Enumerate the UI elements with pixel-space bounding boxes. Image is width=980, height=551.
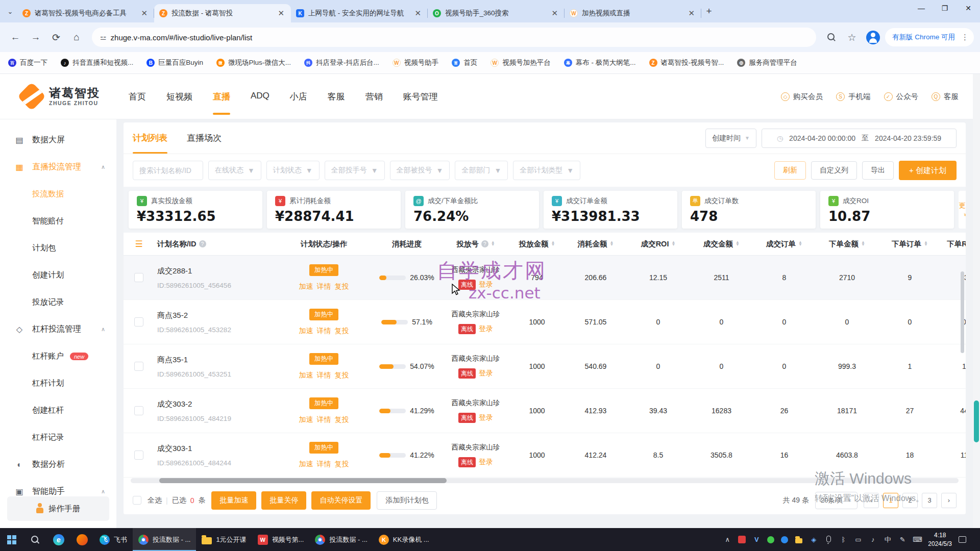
chrome-update-chip[interactable]: 有新版 Chrome 可用 ⋮ [885, 28, 974, 46]
nav-item-小店[interactable]: 小店 [290, 86, 307, 108]
tray-keyboard-icon[interactable]: ⌨ [913, 536, 921, 544]
taskbar-browser-button[interactable] [70, 528, 94, 551]
nav-item-ADQ[interactable]: ADQ [251, 86, 270, 108]
header-投放金额[interactable]: 投放金额▲▼ [509, 239, 565, 249]
filter-select-全部被投号[interactable]: 全部被投号▼ [390, 161, 450, 180]
reload-button[interactable]: ⟳ [47, 28, 65, 46]
action-link-加速[interactable]: 加速 [299, 415, 313, 424]
header-下单订单[interactable]: 下单订单▲▼ [878, 239, 941, 249]
taskbar-clock[interactable]: 4:18 2024/5/3 [928, 531, 952, 547]
site-settings-icon[interactable]: ⚍ [100, 33, 106, 41]
help-icon[interactable]: ? [199, 240, 206, 247]
login-link[interactable]: 登录 [479, 324, 493, 334]
sidebar-item-数据大屏[interactable]: ▤数据大屏 [0, 127, 116, 154]
action-link-加速[interactable]: 加速 [299, 282, 313, 291]
action-link-加速[interactable]: 加速 [299, 460, 313, 469]
row-checkbox[interactable] [134, 362, 143, 371]
tab-search-chevron-icon[interactable]: ⌄ [3, 4, 17, 18]
sidebar-item-创建计划[interactable]: 创建计划 [0, 262, 116, 289]
sidebar-item-智能赔付[interactable]: 智能赔付 [0, 208, 116, 235]
action-link-详情[interactable]: 详情 [317, 371, 331, 380]
login-link[interactable]: 登录 [479, 369, 493, 378]
home-button[interactable]: ⌂ [67, 28, 86, 46]
tray-mic-icon[interactable] [824, 536, 832, 544]
forward-button[interactable]: → [27, 28, 45, 46]
taskbar-app-投流数据 - ...[interactable]: 投流数据 - ... [309, 528, 373, 551]
action-link-复投[interactable]: 复投 [335, 460, 349, 469]
page-scrollbar-track[interactable] [973, 74, 980, 528]
header-成交ROI[interactable]: 成交ROI▲▼ [626, 239, 690, 249]
prev-page-button[interactable]: ‹ [864, 493, 879, 508]
page-button-3[interactable]: 3 [922, 493, 937, 508]
hamburger-icon[interactable]: ☰ [135, 239, 142, 249]
browser-tab[interactable]: K上网导航 - 安全实用的网址导航✕ [291, 4, 428, 22]
taskbar-app-1元公开课[interactable]: 1元公开课 [196, 528, 252, 551]
batch-button-批量关停[interactable]: 批量关停 [261, 491, 306, 510]
date-range-picker[interactable]: ◷ 2024-04-20 00:00:00 至 2024-04-20 23:59… [762, 129, 957, 148]
bookmark-star-button[interactable]: ☆ [843, 28, 861, 46]
sort-icons[interactable]: ▲▼ [924, 241, 928, 246]
filter-select-全部投手号[interactable]: 全部投手号▼ [325, 161, 385, 180]
date-start[interactable]: 2024-04-20 00:00:00 [789, 134, 855, 142]
new-tab-button[interactable]: + [701, 4, 717, 19]
bookmark-item[interactable]: ⊕服务商管理平台 [737, 58, 797, 67]
taskbar-app-投流数据 - ...[interactable]: 投流数据 - ... [133, 528, 196, 551]
action-link-详情[interactable]: 详情 [317, 415, 331, 424]
create-plan-button[interactable]: + 创建计划 [899, 161, 957, 180]
tray-shield-icon[interactable]: ◈ [810, 536, 818, 544]
tab-close-icon[interactable]: ✕ [139, 9, 149, 18]
action-link-复投[interactable]: 复投 [335, 327, 349, 336]
taskbar-app-KK录像机 ...[interactable]: KKK录像机 ... [373, 528, 435, 551]
row-checkbox[interactable] [134, 317, 143, 327]
header-link-mobile[interactable]: S手机端 [836, 92, 871, 102]
sidebar-item-直播投流管理[interactable]: ▦直播投流管理∧ [0, 154, 116, 181]
tray-v-app-icon[interactable]: V [752, 536, 761, 544]
page-size-select[interactable]: 20条/页 ▼ [815, 492, 857, 509]
sidebar-item-投放记录[interactable]: 投放记录 [0, 289, 116, 316]
close-button[interactable]: ✕ [957, 0, 980, 16]
tray-folder-icon[interactable] [795, 536, 803, 544]
row-checkbox[interactable] [134, 273, 143, 282]
tab-直播场次[interactable]: 直播场次 [187, 122, 222, 154]
hidden-icons-chevron[interactable]: ∧ [723, 536, 731, 544]
row-checkbox[interactable] [134, 406, 143, 415]
search-button[interactable] [822, 28, 841, 46]
tray-volume-icon[interactable]: ♪ [869, 536, 877, 544]
ime-indicator[interactable]: 中 [884, 536, 892, 544]
header-下单金额[interactable]: 下单金额▲▼ [816, 239, 878, 249]
header-link-member[interactable]: ◇购买会员 [781, 92, 823, 102]
action-link-详情[interactable]: 详情 [317, 282, 331, 291]
taskbar-app-飞书[interactable]: 飞飞书 [94, 528, 133, 551]
menu-kebab-icon[interactable]: ⋮ [959, 33, 971, 42]
action-link-复投[interactable]: 复投 [335, 371, 349, 380]
brand-logo-icon[interactable] [17, 82, 46, 111]
maximize-button[interactable]: ❐ [933, 0, 957, 16]
date-type-select[interactable]: 创建时间 ▼ [705, 129, 756, 148]
bookmark-item[interactable]: 微微现场Plus-微信大... [216, 58, 291, 67]
sort-icons[interactable]: ▲▼ [861, 241, 865, 246]
tab-close-icon[interactable]: ✕ [687, 9, 696, 18]
tray-blue-app-icon[interactable] [781, 536, 788, 543]
sidebar-item-杠杆账户[interactable]: 杠杆账户new [0, 343, 116, 370]
login-link[interactable]: 登录 [479, 280, 493, 289]
page-button-2[interactable]: 2 [902, 493, 918, 508]
action-link-详情[interactable]: 详情 [317, 460, 331, 469]
profile-avatar[interactable] [866, 31, 880, 44]
back-button[interactable]: ← [6, 28, 24, 46]
header-成交金额[interactable]: 成交金额▲▼ [690, 239, 753, 249]
table-vertical-scrollbar-thumb[interactable] [961, 271, 964, 353]
sort-icons[interactable]: ▲▼ [671, 241, 675, 246]
filter-select-在线状态[interactable]: 在线状态▼ [208, 161, 261, 180]
help-icon[interactable]: ? [481, 240, 488, 247]
nav-item-首页[interactable]: 首页 [129, 86, 146, 108]
date-end[interactable]: 2024-04-20 23:59:59 [875, 134, 941, 142]
browser-tab[interactable]: Z诸葛智投-视频号电商必备工具✕ [17, 4, 154, 22]
login-link[interactable]: 登录 [479, 458, 493, 467]
login-link[interactable]: 登录 [479, 413, 493, 422]
action-link-复投[interactable]: 复投 [335, 415, 349, 424]
minimize-button[interactable]: — [910, 0, 933, 16]
nav-item-账号管理[interactable]: 账号管理 [403, 86, 438, 108]
bookmark-item[interactable]: W视频号加热平台 [491, 58, 551, 67]
bookmark-item[interactable]: W视频号助手 [393, 58, 439, 67]
browser-tab[interactable]: W加热视频或直播✕ [565, 4, 701, 22]
